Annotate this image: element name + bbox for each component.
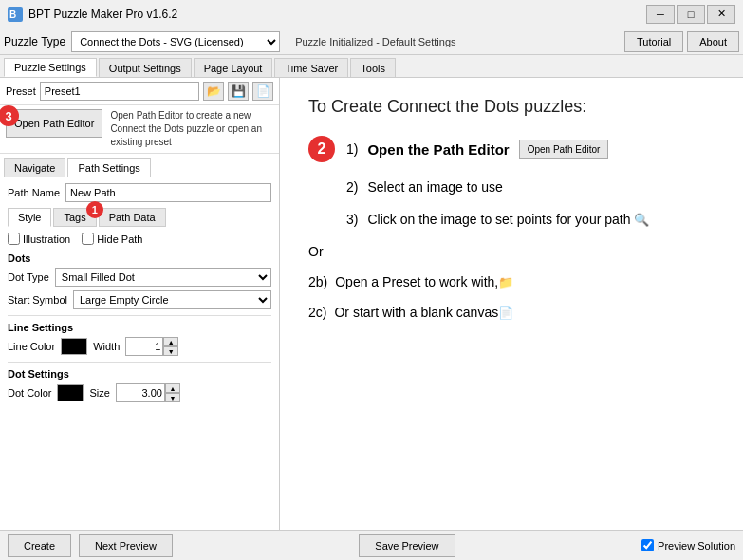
step-badge-2: 2 xyxy=(308,136,335,162)
width-input-wrap: 1 ▲ ▼ xyxy=(125,337,178,356)
tutorial-button[interactable]: Tutorial xyxy=(624,31,683,52)
tab-puzzle-settings[interactable]: Puzzle Settings xyxy=(4,58,97,77)
puzzle-type-select[interactable]: Connect the Dots - SVG (Licensed) xyxy=(71,31,280,52)
next-preview-button[interactable]: Next Preview xyxy=(79,534,173,557)
puzzle-type-label: Puzzle Type xyxy=(4,35,65,48)
style-tab-style[interactable]: Style xyxy=(8,208,51,227)
style-tabs: Style Tags 1 Path Data xyxy=(8,208,271,227)
line-settings-title: Line Settings xyxy=(8,322,271,333)
path-settings-content: Path Name Style Tags 1 Path Data xyxy=(0,177,279,530)
instruction-1: 2 1) Open the Path Editor Open Path Edit… xyxy=(308,136,715,162)
menu-bar-left: Puzzle Type Connect the Dots - SVG (Lice… xyxy=(4,31,621,52)
dot-type-select[interactable]: Small Filled Dot Large Empty Circle Medi… xyxy=(55,268,271,287)
title-bar: B BPT Puzzle Maker Pro v1.6.2 ─ □ ✕ xyxy=(0,0,743,28)
sub-tab-navigate[interactable]: Navigate xyxy=(4,158,65,177)
instruction-2c-text: Or start with a blank canvas xyxy=(334,305,498,320)
sub-tab-path-settings[interactable]: Path Settings xyxy=(67,158,150,177)
instruction-1-content: 1) Open the Path Editor Open Path Editor xyxy=(346,140,715,159)
preview-solution-text: Preview Solution xyxy=(658,540,735,551)
preset-label: Preset xyxy=(6,85,36,97)
blank-canvas-icon: 📄 xyxy=(498,306,513,320)
size-spin-up[interactable]: ▲ xyxy=(165,383,180,393)
app-title: BPT Puzzle Maker Pro v1.6.2 xyxy=(28,8,646,21)
svg-text:B: B xyxy=(9,9,16,20)
dot-color-row: Dot Color Size 3.00 ▲ ▼ xyxy=(8,383,271,402)
about-button[interactable]: About xyxy=(687,31,739,52)
instruction-2-num: 2) xyxy=(346,179,358,195)
style-badge-1: 1 xyxy=(86,201,103,218)
size-input[interactable]: 3.00 xyxy=(116,383,165,402)
instruction-2b-text: Open a Preset to work with, xyxy=(335,274,498,289)
menu-bar-right: Tutorial About xyxy=(624,31,739,52)
preset-row: Preset 📂 💾 📄 xyxy=(0,78,279,105)
right-panel-heading: To Create Connect the Dots puzzles: xyxy=(308,97,715,117)
width-spin-down[interactable]: ▼ xyxy=(163,346,178,356)
start-symbol-row: Start Symbol Large Empty Circle Small Fi… xyxy=(8,290,271,309)
dot-color-swatch[interactable] xyxy=(57,384,84,401)
main-tabs: Puzzle Settings Output Settings Page Lay… xyxy=(0,55,743,78)
instruction-2c: 2c) Or start with a blank canvas 📄 xyxy=(308,305,715,320)
line-color-row: Line Color Width 1 ▲ ▼ xyxy=(8,337,271,356)
width-input[interactable]: 1 xyxy=(125,337,163,356)
instruction-2b-label: 2b) xyxy=(308,274,327,289)
instruction-3-content: Click on the image to set points for you… xyxy=(367,212,648,227)
instruction-2c-label: 2c) xyxy=(308,305,326,320)
line-color-label: Line Color xyxy=(8,341,55,352)
open-path-editor-row: Open Path Editor 3 Open Path Editor to c… xyxy=(0,105,279,154)
open-path-editor-button[interactable]: Open Path Editor xyxy=(6,109,102,138)
style-tab-tags[interactable]: Tags 1 xyxy=(53,208,96,227)
path-name-input[interactable] xyxy=(65,183,271,202)
preview-solution-checkbox[interactable] xyxy=(641,539,654,551)
preset-saveas-button[interactable]: 📄 xyxy=(252,82,273,101)
start-symbol-select[interactable]: Large Empty Circle Small Filled Dot Star… xyxy=(73,290,271,309)
maximize-button[interactable]: □ xyxy=(677,5,705,24)
tab-output-settings[interactable]: Output Settings xyxy=(99,58,192,77)
preset-input[interactable] xyxy=(40,82,199,101)
path-name-row: Path Name xyxy=(8,183,271,202)
tab-time-saver[interactable]: Time Saver xyxy=(274,58,348,77)
preset-open-button[interactable]: 📂 xyxy=(203,82,224,101)
path-name-label: Path Name xyxy=(8,187,60,198)
hide-path-label: Hide Path xyxy=(97,233,142,245)
illustration-checkbox-label[interactable]: Illustration xyxy=(8,233,70,245)
open-path-desc: Open Path Editor to create a new Connect… xyxy=(110,109,273,149)
window-controls: ─ □ ✕ xyxy=(646,5,735,24)
size-label: Size xyxy=(89,387,109,399)
hide-path-checkbox-label[interactable]: Hide Path xyxy=(82,233,142,245)
tab-page-layout[interactable]: Page Layout xyxy=(194,58,273,77)
or-text: Or xyxy=(308,244,715,259)
hide-path-checkbox[interactable] xyxy=(82,233,94,245)
instruction-3: 3) Click on the image to set points for … xyxy=(346,212,715,227)
close-button[interactable]: ✕ xyxy=(707,5,735,24)
instruction-2-text: Select an image to use xyxy=(367,179,502,195)
width-label: Width xyxy=(93,341,120,352)
illustration-label: Illustration xyxy=(23,233,70,245)
style-tab-path-data[interactable]: Path Data xyxy=(99,208,166,227)
open-path-editor-button-2[interactable]: Open Path Editor xyxy=(519,140,609,159)
illustration-checkbox[interactable] xyxy=(8,233,20,245)
sub-tabs: Navigate Path Settings xyxy=(0,154,279,177)
instruction-3-text: Click on the image to set points for you… xyxy=(367,212,630,227)
instruction-2b: 2b) Open a Preset to work with, 📁 xyxy=(308,274,715,289)
tab-tools[interactable]: Tools xyxy=(350,58,396,77)
dot-settings-title: Dot Settings xyxy=(8,368,271,380)
divider-1 xyxy=(8,315,271,316)
status-text: Puzzle Initialized - Default Settings xyxy=(295,36,455,47)
checkboxes-row: Illustration Hide Path xyxy=(8,233,271,245)
minimize-button[interactable]: ─ xyxy=(646,5,675,24)
bottom-bar: Create Next Preview Save Preview Preview… xyxy=(0,530,743,560)
create-button[interactable]: Create xyxy=(8,534,71,557)
preview-solution-label[interactable]: Preview Solution xyxy=(641,539,735,551)
width-spin-up[interactable]: ▲ xyxy=(163,337,178,346)
line-color-swatch[interactable] xyxy=(61,338,87,355)
size-spin-down[interactable]: ▼ xyxy=(165,393,180,402)
size-input-wrap: 3.00 ▲ ▼ xyxy=(116,383,180,402)
save-preview-button[interactable]: Save Preview xyxy=(359,534,455,557)
main-content: Preset 📂 💾 📄 Open Path Editor 3 Open Pat… xyxy=(0,78,743,530)
dot-color-label: Dot Color xyxy=(8,387,51,399)
dots-section-title: Dots xyxy=(8,252,271,264)
instruction-1-text: Open the Path Editor xyxy=(367,141,509,158)
left-panel: Preset 📂 💾 📄 Open Path Editor 3 Open Pat… xyxy=(0,78,280,530)
preset-save-button[interactable]: 💾 xyxy=(228,82,249,101)
magnify-icon: 🔍 xyxy=(634,213,649,227)
